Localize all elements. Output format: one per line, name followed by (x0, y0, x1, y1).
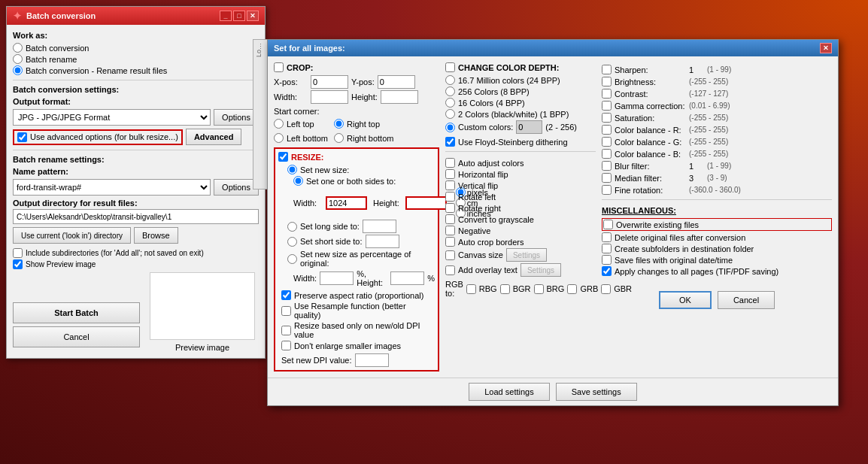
right-top-radio-input[interactable] (334, 119, 344, 129)
left-top-radio[interactable]: Left top (274, 119, 328, 129)
use-resample-checkbox[interactable] (281, 306, 291, 316)
floyd-row[interactable]: Use Floyd-Steinberg dithering (445, 137, 596, 147)
color-balance-r-checkbox[interactable] (602, 125, 612, 135)
preserve-aspect-row[interactable]: Preserve aspect ratio (proportional) (281, 290, 435, 300)
median-checkbox[interactable] (602, 173, 612, 183)
save-settings-button[interactable]: Save settings (556, 383, 637, 401)
set-short-radio-input[interactable] (287, 237, 297, 247)
save-date-checkbox[interactable] (602, 255, 612, 265)
crop-checkbox[interactable] (274, 62, 284, 72)
use-resample-row[interactable]: Use Resample function (better quality) (281, 302, 435, 320)
rbg-checkbox[interactable] (466, 284, 476, 294)
grb-checkbox[interactable] (567, 284, 577, 294)
radio-batch-conv-input[interactable] (13, 43, 23, 53)
right-top-radio[interactable]: Right top (334, 119, 393, 129)
negative-row[interactable]: Negative (445, 226, 596, 235)
set-one-both-radio-input[interactable] (293, 176, 303, 186)
custom-color-input[interactable] (516, 120, 542, 134)
color-depth-checkbox[interactable] (445, 62, 455, 72)
floyd-checkbox[interactable] (445, 137, 455, 147)
color-balance-b-checkbox[interactable] (602, 149, 612, 159)
vert-flip-checkbox[interactable] (445, 180, 455, 190)
dpi-input[interactable] (355, 353, 389, 367)
right-bottom-radio-input[interactable] (334, 133, 344, 143)
auto-crop-checkbox[interactable] (445, 237, 455, 247)
fine-rotation-checkbox[interactable] (602, 185, 612, 195)
name-pattern-select[interactable]: ford-transit-wrap# (13, 179, 211, 196)
radio-batch-rename-input[interactable] (13, 54, 23, 64)
use-advanced-checkbox[interactable] (17, 132, 27, 142)
dont-enlarge-row[interactable]: Don't enlarge smaller images (281, 341, 435, 350)
ypos-input[interactable] (378, 75, 415, 89)
color-256-row[interactable]: 256 Colors (8 BPP) (445, 86, 596, 96)
radio-batch-conv-rename-input[interactable] (13, 65, 23, 75)
apply-changes-checkbox[interactable] (602, 266, 612, 276)
ok-button[interactable]: OK (659, 291, 712, 309)
brightness-checkbox[interactable] (602, 77, 612, 86)
preserve-aspect-checkbox[interactable] (281, 290, 291, 300)
maximize-btn[interactable]: □ (233, 11, 245, 21)
load-settings-button[interactable]: Load settings (469, 383, 549, 401)
resize-checkbox[interactable] (278, 152, 288, 162)
auto-adjust-row[interactable]: Auto adjust colors (445, 158, 596, 168)
rotate-right-checkbox[interactable] (445, 203, 455, 213)
left-bottom-radio-input[interactable] (274, 133, 284, 143)
set-pct-radio-input[interactable] (287, 254, 297, 264)
pct-height-input[interactable] (390, 271, 424, 285)
radio-batch-rename[interactable]: Batch rename (13, 54, 259, 64)
set-long-row[interactable]: Set long side to: (287, 220, 435, 233)
width-value-input[interactable] (326, 196, 367, 210)
contrast-checkbox[interactable] (602, 89, 612, 99)
crop-height-input[interactable] (381, 90, 418, 104)
brg-checkbox[interactable] (534, 284, 544, 294)
options-button[interactable]: Options (214, 109, 259, 126)
blur-checkbox[interactable] (602, 161, 612, 171)
saturation-checkbox[interactable] (602, 113, 612, 123)
crop-width-input[interactable] (311, 90, 348, 104)
overwrite-checkbox[interactable] (603, 220, 613, 229)
convert-grayscale-checkbox[interactable] (445, 214, 455, 224)
canvas-settings-button[interactable]: Settings (506, 248, 547, 262)
vert-flip-row[interactable]: Vertical flip (445, 180, 596, 190)
auto-adjust-checkbox[interactable] (445, 158, 455, 168)
overlay-settings-button[interactable]: Settings (520, 263, 561, 277)
delete-original-checkbox[interactable] (602, 232, 612, 242)
dont-enlarge-checkbox[interactable] (281, 341, 291, 350)
set-pct-radio[interactable]: Set new size as percentage of original: (287, 250, 435, 268)
radio-batch-conv-rename[interactable]: Batch conversion - Rename result files (13, 65, 259, 75)
left-top-radio-input[interactable] (274, 119, 284, 129)
horiz-flip-row[interactable]: Horizontal flip (445, 169, 596, 179)
right-bottom-radio[interactable]: Right bottom (334, 133, 393, 143)
color-balance-g-checkbox[interactable] (602, 137, 612, 147)
set-long-radio-input[interactable] (287, 222, 297, 232)
height-value-input[interactable] (405, 196, 447, 210)
color-2-radio[interactable] (445, 109, 455, 119)
color-16-radio[interactable] (445, 98, 455, 108)
apply-changes-row[interactable]: Apply changes to all pages (TIF/PDF savi… (602, 266, 832, 276)
set-new-size-radio[interactable]: Set new size: (287, 165, 435, 174)
auto-crop-row[interactable]: Auto crop borders (445, 237, 596, 247)
canvas-size-checkbox[interactable] (445, 250, 455, 260)
set-short-row[interactable]: Set short side to: (287, 235, 435, 248)
add-overlay-checkbox[interactable] (445, 265, 455, 275)
negative-checkbox[interactable] (445, 226, 455, 235)
set-one-both-radio[interactable]: Set one or both sides to: (293, 176, 435, 186)
xpos-input[interactable] (311, 75, 348, 89)
rotate-left-row[interactable]: Rotate left (445, 192, 596, 202)
dialog-cancel-button[interactable]: Cancel (718, 291, 775, 309)
advanced-button[interactable]: Advanced (186, 129, 242, 145)
radio-batch-conversion[interactable]: Batch conversion (13, 43, 259, 53)
browse-button[interactable]: Browse (134, 227, 178, 244)
rotate-left-checkbox[interactable] (445, 192, 455, 202)
dialog-close-button[interactable]: ✕ (820, 43, 832, 53)
show-preview-row[interactable]: Show Preview image (13, 259, 259, 269)
color-16m-row[interactable]: 16.7 Million colors (24 BPP) (445, 75, 596, 85)
close-btn[interactable]: ✕ (247, 11, 259, 21)
use-current-dir-button[interactable]: Use current ('look in') directory (13, 227, 131, 244)
start-batch-button[interactable]: Start Batch (13, 302, 140, 323)
set-new-size-radio-input[interactable] (287, 165, 297, 174)
sharpen-checkbox[interactable] (602, 65, 612, 74)
bgr-checkbox[interactable] (500, 284, 510, 294)
save-date-row[interactable]: Save files with original date/time (602, 255, 832, 265)
format-select[interactable]: JPG - JPG/JPEG Format (13, 109, 211, 126)
